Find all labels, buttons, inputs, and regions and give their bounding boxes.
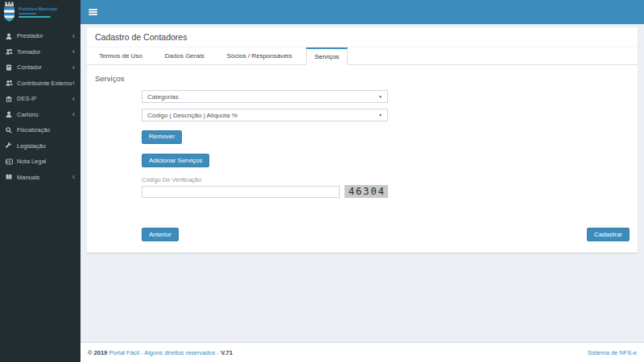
chevron-left-icon: ‹ xyxy=(72,48,75,55)
sidebar-item-nota-legal[interactable]: Nota Legal xyxy=(0,154,80,170)
sistema-nfse-link[interactable]: Sistema de NFS-e xyxy=(588,349,637,356)
panel-title: Cadastro de Contadores xyxy=(87,27,638,47)
chevron-down-icon: ▼ xyxy=(378,94,382,99)
categories-select[interactable]: Categorias ▼ xyxy=(142,90,388,103)
sidebar-item-cartorio[interactable]: Cartório ‹ xyxy=(0,107,80,123)
ledger-icon xyxy=(6,64,14,71)
categories-select-value: Categorias xyxy=(147,93,179,101)
verification-code-input[interactable] xyxy=(142,186,340,198)
portal-facil-link[interactable]: Portal Fácil - Alguns direitos reservado… xyxy=(109,349,219,356)
sidebar-item-label: Legislação xyxy=(17,142,46,150)
chevron-down-icon: ▼ xyxy=(378,113,382,117)
logo-tagline-bar xyxy=(19,16,51,18)
page-footer: © 2019 Portal Fácil - Alguns direitos re… xyxy=(80,342,644,362)
chevron-left-icon: ‹ xyxy=(72,80,75,86)
add-services-button[interactable]: Adicionar Serviços xyxy=(142,154,209,167)
book-icon xyxy=(6,174,14,180)
sidebar-item-label: Fiscalização xyxy=(17,126,50,134)
verification-row: 46304 xyxy=(142,185,388,198)
sidebar-item-tomador[interactable]: Tomador ‹ xyxy=(0,44,80,60)
tab-dados-gerais[interactable]: Dados Gerais xyxy=(156,47,213,65)
tab-bar: Termos de Uso Dados Gerais Sócios / Resp… xyxy=(87,47,638,65)
sidebar: Prefeitura Municipal Prestador ‹ Tomador… xyxy=(0,0,80,362)
cc-icon xyxy=(6,158,14,165)
user-icon xyxy=(6,111,14,117)
chevron-left-icon: ‹ xyxy=(72,111,75,117)
form-actions: Anterior Cadastrar xyxy=(142,228,630,241)
users-icon xyxy=(6,48,14,55)
city-crest-icon xyxy=(2,2,16,23)
chevron-left-icon: ‹ xyxy=(72,174,75,180)
sidebar-item-manuais[interactable]: Manuais ‹ xyxy=(0,170,80,186)
logo-subtitle-bar xyxy=(19,13,36,14)
municipality-logo[interactable]: Prefeitura Municipal xyxy=(0,0,80,24)
bank-icon xyxy=(6,96,14,102)
sidebar-item-legislacao[interactable]: Legislação xyxy=(0,138,80,154)
chevron-left-icon: ‹ xyxy=(72,96,75,102)
sidebar-item-label: DES-IF xyxy=(17,95,37,102)
main-column: Cadastro de Contadores Termos de Uso Dad… xyxy=(80,0,644,362)
logo-text: Prefeitura Municipal xyxy=(19,6,57,18)
sidebar-item-label: Contador xyxy=(17,64,42,71)
services-select-value: Código | Descrição | Aliquota % xyxy=(147,112,237,119)
services-select[interactable]: Código | Descrição | Aliquota % ▼ xyxy=(142,109,388,121)
wrench-icon xyxy=(6,142,14,149)
chevron-left-icon: ‹ xyxy=(72,64,75,71)
topbar xyxy=(80,0,644,24)
tab-termos-de-uso[interactable]: Termos de Uso xyxy=(90,47,151,65)
footer-left: © 2019 Portal Fácil - Alguns direitos re… xyxy=(88,349,233,356)
sidebar-item-contribuinte-externo[interactable]: Contribuinte Externo ‹ xyxy=(0,76,80,92)
hamburger-icon[interactable] xyxy=(89,8,97,16)
remove-button[interactable]: Remover xyxy=(142,130,182,144)
content-area: Cadastro de Contadores Termos de Uso Dad… xyxy=(80,24,644,342)
sidebar-item-label: Tomador xyxy=(17,48,40,56)
cadastro-contadores-panel: Cadastro de Contadores Termos de Uso Dad… xyxy=(87,27,638,253)
submit-button[interactable]: Cadastrar xyxy=(587,228,630,241)
sidebar-item-contador[interactable]: Contador ‹ xyxy=(0,60,80,76)
captcha-image: 46304 xyxy=(345,185,388,198)
copyright-text: © 2019 xyxy=(88,349,107,356)
sidebar-item-label: Prestador xyxy=(17,32,43,39)
tab-content: Serviços Categorias ▼ Código | Descrição… xyxy=(87,65,638,253)
previous-button[interactable]: Anterior xyxy=(142,228,179,241)
services-form: Categorias ▼ Código | Descrição | Aliquo… xyxy=(142,90,388,198)
sidebar-item-fiscalizacao[interactable]: Fiscalização xyxy=(0,122,80,138)
section-title: Serviços xyxy=(95,74,630,83)
sidebar-item-prestador[interactable]: Prestador ‹ xyxy=(0,28,80,44)
sidebar-item-label: Manuais xyxy=(17,174,39,181)
sidebar-item-label: Nota Legal xyxy=(17,158,46,165)
verification-code-label: Código De Verificação xyxy=(142,176,388,183)
tab-socios-responsaveis[interactable]: Sócios / Responsáveis xyxy=(218,47,301,65)
sidebar-menu: Prestador ‹ Tomador ‹ Contador ‹ xyxy=(0,24,80,185)
sidebar-item-label: Cartório xyxy=(17,111,39,118)
version-text: V.71 xyxy=(221,349,233,356)
chevron-left-icon: ‹ xyxy=(72,33,75,39)
user-icon xyxy=(6,33,14,39)
logo-title: Prefeitura Municipal xyxy=(19,6,57,11)
sidebar-item-des-if[interactable]: DES-IF ‹ xyxy=(0,91,80,107)
app-window: Prefeitura Municipal Prestador ‹ Tomador… xyxy=(0,0,644,362)
users-icon xyxy=(6,80,14,86)
tab-servicos[interactable]: Serviços xyxy=(306,47,349,65)
sidebar-item-label: Contribuinte Externo xyxy=(17,80,72,87)
search-icon xyxy=(6,127,14,134)
